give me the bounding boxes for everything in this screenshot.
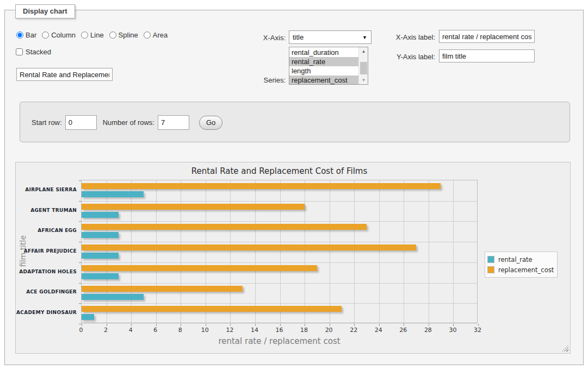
chart-title-input[interactable] (16, 68, 113, 81)
x-axis-label-field-label: X-Axis label: (381, 33, 435, 41)
tick-mark (404, 324, 404, 326)
chart-type-option-spline[interactable]: Spline (109, 31, 138, 39)
tick-mark (206, 324, 206, 326)
bar-rental_rate (82, 232, 119, 238)
tick-mark (305, 324, 305, 326)
page: Display chart BarColumnLineSplineArea St… (0, 0, 588, 370)
chart-legend: rental_ratereplacement_cost (485, 252, 558, 278)
gridline (82, 242, 477, 242)
tick-mark (79, 180, 81, 181)
x-tick-label: 12 (226, 327, 233, 334)
gridline (82, 201, 477, 202)
gridline (379, 180, 380, 323)
legend-swatch (487, 256, 494, 263)
chart-title: Rental Rate and Replacement Cost of Film… (81, 166, 478, 176)
bar-replacement_cost (82, 244, 416, 250)
x-tick-label: 32 (474, 327, 481, 334)
x-tick-label: 4 (129, 327, 133, 334)
x-tick-label: 14 (251, 327, 258, 334)
bar-replacement_cost (82, 204, 305, 210)
legend-item: rental_rate (487, 254, 554, 265)
scroll-down-icon[interactable]: ▼ (360, 76, 368, 84)
series-option-length[interactable]: length (289, 66, 358, 76)
chart-type-radio-spline[interactable] (109, 32, 116, 39)
gridline (82, 221, 477, 222)
x-axis-title: rental rate / replacement cost (81, 336, 478, 346)
tick-mark (79, 221, 81, 222)
num-rows-input[interactable] (158, 115, 189, 130)
chart-type-radio-label: Spline (119, 31, 138, 39)
num-rows-label: Number of rows: (103, 118, 154, 127)
series-label: Series: (237, 76, 286, 84)
x-tick-label: 6 (153, 327, 157, 334)
x-tick-label: 24 (375, 327, 382, 334)
series-scrollbar[interactable]: ▲ ▼ (358, 47, 368, 84)
tick-mark (181, 324, 181, 326)
gridline (156, 180, 157, 323)
gridline (255, 180, 256, 323)
x-tick-label: 2 (104, 327, 108, 334)
stacked-checkbox[interactable] (16, 48, 23, 55)
tick-mark (330, 324, 330, 326)
bar-replacement_cost (82, 306, 342, 312)
chart-type-radio-column[interactable] (42, 32, 49, 39)
legend-label: replacement_cost (498, 266, 554, 274)
x-axis-select[interactable]: title ▼ (289, 30, 372, 44)
series-option-rental_rate[interactable]: rental_rate (289, 57, 358, 66)
bar-rental_rate (82, 191, 144, 197)
chart-type-radio-group: BarColumnLineSplineArea (16, 31, 170, 39)
tick-mark (379, 324, 380, 326)
chart-type-radio-label: Line (90, 31, 104, 39)
gridline (305, 180, 305, 323)
tick-mark (429, 324, 429, 326)
chart-type-radio-line[interactable] (81, 32, 88, 39)
x-tick-label: 18 (300, 327, 308, 334)
chart-type-radio-label: Column (51, 31, 76, 39)
chart-type-option-line[interactable]: Line (81, 31, 104, 39)
tick-mark (79, 242, 81, 242)
gridline (230, 180, 231, 323)
y-axis-label-input[interactable] (439, 49, 535, 62)
category-label: ACE GOLDFINGER (16, 289, 77, 294)
chart-type-option-column[interactable]: Column (42, 31, 76, 39)
resize-handle-icon[interactable] (562, 345, 568, 352)
scroll-up-icon[interactable]: ▲ (360, 47, 368, 55)
bar-rental_rate (82, 273, 119, 279)
chart-type-radio-area[interactable] (144, 32, 151, 39)
gridline (280, 180, 281, 323)
gridline (107, 180, 107, 323)
gridline (131, 180, 132, 323)
x-axis-label-input[interactable] (439, 30, 535, 43)
go-button[interactable]: Go (199, 116, 222, 130)
chart-container: Rental Rate and Replacement Cost of Film… (15, 162, 571, 354)
x-tick-label: 30 (449, 327, 456, 334)
gridline (453, 180, 454, 323)
tick-mark (79, 201, 81, 202)
x-tick-label: 28 (424, 327, 432, 334)
tick-mark (131, 324, 132, 326)
chart-type-radio-bar[interactable] (16, 32, 23, 39)
chart-type-option-area[interactable]: Area (144, 31, 168, 39)
gridline (404, 180, 404, 323)
scrollbar-thumb[interactable] (360, 62, 367, 74)
tick-mark (79, 262, 81, 263)
tick-mark (354, 324, 355, 326)
tick-mark (107, 324, 107, 326)
series-option-rental_duration[interactable]: rental_duration (289, 48, 358, 57)
bar-rental_rate (82, 212, 119, 218)
bar-rental_rate (82, 294, 144, 300)
chart-type-option-bar[interactable]: Bar (16, 31, 36, 39)
bar-replacement_cost (82, 224, 367, 230)
gridline (206, 180, 206, 323)
x-tick-label: 10 (201, 327, 209, 334)
tick-mark (478, 324, 479, 326)
series-option-replacement_cost[interactable]: replacement_cost (289, 76, 358, 85)
chart-plot-area (81, 180, 478, 323)
series-multiselect[interactable]: rental_durationrental_ratelengthreplacem… (289, 47, 368, 85)
y-axis-title: film title (18, 216, 27, 286)
start-row-input[interactable] (65, 115, 97, 130)
gridline (330, 180, 330, 323)
tick-mark (82, 324, 82, 326)
gridline (354, 180, 355, 323)
rows-inner: Start row: Number of rows: Go (32, 115, 222, 130)
